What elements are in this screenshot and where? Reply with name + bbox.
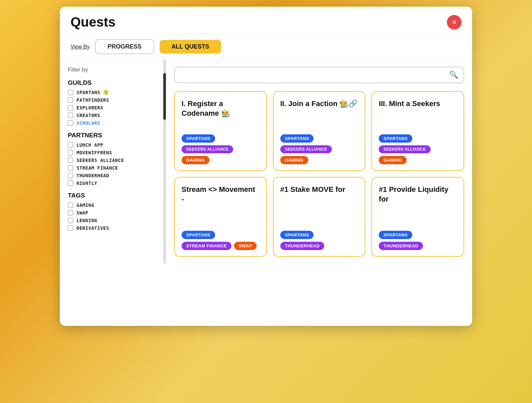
tag-lending[interactable]: LENDING [68, 218, 158, 223]
quest-title-4: Stream <> Movement - [182, 185, 260, 204]
guild-scholars[interactable]: SCHOLARS [68, 120, 158, 126]
quest-card-2[interactable]: II. Join a Faction 🧑‍🌾🔗 SPARTANS SEEKERS… [273, 91, 366, 171]
guild-creators-checkbox[interactable] [68, 113, 73, 118]
tag-gaming: GAMING [182, 156, 209, 164]
search-input[interactable] [180, 72, 449, 78]
quest-tags-2: SPARTANS SEEKERS ALLIANCE GAMING [280, 134, 358, 164]
tab-progress[interactable]: PROGRESS [95, 39, 154, 54]
quest-card-3[interactable]: III. Mint a Seekers SPARTANS SEEKERS ALL… [371, 91, 464, 171]
partner-seekers-alliance[interactable]: SEEKERS ALLIANCE [68, 158, 158, 163]
guild-pathfinders[interactable]: PATHFINDERS [68, 97, 158, 103]
modal-tabs: View By PROGRESS ALL QUESTS [60, 34, 472, 60]
guild-pathfinders-checkbox[interactable] [68, 97, 73, 103]
partner-stream-finance[interactable]: STREAM FINANCE [68, 165, 158, 171]
tag-gaming: GAMING [379, 156, 407, 164]
tag-seekers-alliance: SEEKERS ALLIANCE [280, 145, 332, 153]
quest-card-4[interactable]: Stream <> Movement - SPARTANS STREAM FIN… [174, 177, 267, 257]
quest-tags-4: SPARTANS STREAM FINANCE SWAP [182, 231, 260, 250]
partner-lunch-app[interactable]: LUNCH APP [68, 142, 158, 148]
quest-title-5: #1 Stake MOVE for [280, 185, 358, 195]
quests-modal: Quests × View By PROGRESS ALL QUESTS Fil… [60, 7, 472, 326]
tag-thunderhead: THUNDERHEAD [379, 242, 423, 250]
modal-body: Filter by GUILDS SPARTANS 😤 PATHFINDERS … [60, 60, 472, 263]
tag-derivatives-checkbox[interactable] [68, 225, 73, 231]
tag-gaming[interactable]: GAMING [68, 202, 158, 208]
quests-grid: I. Register a Codename 🧑‍🌾 SPARTANS SEEK… [174, 91, 464, 257]
tag-spartans: SPARTANS [280, 231, 314, 239]
tag-thunderhead: THUNDERHEAD [280, 242, 325, 250]
sidebar-scrollbar[interactable] [163, 60, 166, 263]
quest-tags-1: SPARTANS SEEKERS ALLIANCE GAMING [182, 134, 260, 164]
tag-seekers-alliance: SEEKERS ALLIANCE [379, 145, 430, 153]
tag-lending-checkbox[interactable] [68, 218, 73, 223]
tag-spartans: SPARTANS [379, 134, 412, 143]
modal-title: Quests [70, 15, 116, 30]
tag-spartans: SPARTANS [379, 231, 412, 239]
quest-tags-6: SPARTANS THUNDERHEAD [379, 231, 457, 250]
tag-seekers-alliance: SEEKERS ALLIANCE [182, 145, 233, 153]
partner-lunch-app-checkbox[interactable] [68, 142, 73, 148]
tab-all-quests[interactable]: ALL QUESTS [160, 40, 221, 54]
quest-title-2: II. Join a Faction 🧑‍🌾🔗 [280, 99, 358, 109]
guild-spartans[interactable]: SPARTANS 😤 [68, 90, 158, 95]
tag-stream-finance: STREAM FINANCE [182, 242, 231, 250]
quest-tags-5: SPARTANS THUNDERHEAD [280, 231, 358, 250]
quest-tags-3: SPARTANS SEEKERS ALLIANCE GAMING [379, 134, 457, 164]
quest-card-6[interactable]: #1 Provide Liquidity for SPARTANS THUNDE… [371, 177, 464, 257]
partner-movewiffrens-checkbox[interactable] [68, 150, 73, 155]
search-icon: 🔍 [449, 70, 458, 79]
guild-explorers[interactable]: EXPLORERS [68, 105, 158, 110]
view-by-label[interactable]: View By [70, 44, 90, 50]
quest-card-1[interactable]: I. Register a Codename 🧑‍🌾 SPARTANS SEEK… [174, 91, 267, 171]
guild-scholars-checkbox[interactable] [68, 120, 73, 126]
partner-nightly[interactable]: NIGHTLY [68, 181, 158, 186]
guilds-section-title: GUILDS [68, 79, 158, 86]
search-bar: 🔍 [174, 67, 464, 83]
scrollbar-thumb [163, 73, 166, 120]
tag-gaming: GAMING [280, 156, 308, 164]
quest-card-5[interactable]: #1 Stake MOVE for SPARTANS THUNDERHEAD [273, 177, 366, 257]
tags-section-title: TAGS [68, 192, 158, 199]
guild-explorers-checkbox[interactable] [68, 105, 73, 110]
quest-title-3: III. Mint a Seekers [379, 99, 457, 109]
filter-by-label: Filter by [68, 67, 158, 73]
partner-thunderhead-checkbox[interactable] [68, 173, 73, 178]
partner-stream-finance-checkbox[interactable] [68, 165, 73, 171]
tag-derivatives[interactable]: DERIVATIVES [68, 225, 158, 231]
partner-seekers-alliance-checkbox[interactable] [68, 158, 73, 163]
guild-spartans-checkbox[interactable] [68, 90, 73, 95]
tag-spartans: SPARTANS [182, 134, 215, 143]
sidebar: Filter by GUILDS SPARTANS 😤 PATHFINDERS … [60, 60, 166, 263]
quest-title-1: I. Register a Codename 🧑‍🌾 [182, 99, 260, 118]
partner-thunderhead[interactable]: THUNDERHEAD [68, 173, 158, 178]
partner-nightly-checkbox[interactable] [68, 181, 73, 186]
modal-header: Quests × [60, 7, 472, 34]
tag-swap: SWAP [234, 242, 257, 250]
close-button[interactable]: × [447, 15, 462, 30]
main-content: 🔍 I. Register a Codename 🧑‍🌾 SPARTANS SE… [166, 60, 472, 263]
tag-spartans: SPARTANS [280, 134, 314, 143]
quest-title-6: #1 Provide Liquidity for [379, 185, 457, 204]
tag-spartans: SPARTANS [182, 231, 215, 239]
tag-swap[interactable]: SWAP [68, 210, 158, 215]
partners-section-title: PARTNERS [68, 132, 158, 139]
partner-movewiffrens[interactable]: MOVEWIFFRENS [68, 150, 158, 155]
guild-creators[interactable]: CREATORS [68, 113, 158, 118]
tag-swap-checkbox[interactable] [68, 210, 73, 215]
tag-gaming-checkbox[interactable] [68, 202, 73, 208]
scholars-label: SCHOLARS [76, 120, 100, 126]
